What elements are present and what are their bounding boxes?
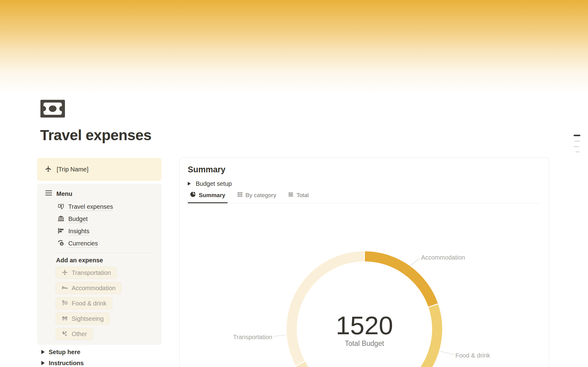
menu-link-currencies[interactable]: $ Currencies xyxy=(58,238,155,250)
shapes-icon xyxy=(62,330,68,338)
chart-total-label: Total Budget xyxy=(318,339,410,348)
toggle-triangle-icon[interactable] xyxy=(41,361,45,365)
page-title: Travel expenses xyxy=(40,127,151,144)
budget-donut-chart[interactable] xyxy=(270,245,496,367)
chart-label-accommodation: Accommodation xyxy=(421,254,465,261)
add-sightseeing-button[interactable]: Sightseeing xyxy=(55,313,110,325)
bed-icon xyxy=(62,284,68,292)
summary-card-title: Summary xyxy=(188,164,549,175)
tab-total[interactable]: Total xyxy=(286,191,311,203)
toggle-triangle-icon[interactable] xyxy=(41,350,45,354)
chart-total-value: 1520 xyxy=(318,313,410,338)
dining-icon xyxy=(62,300,68,307)
toc-indicator-line[interactable] xyxy=(575,151,580,152)
view-tabs: Summary By category xyxy=(188,191,541,203)
svg-text:$: $ xyxy=(61,242,63,245)
donut-segment-accommodation[interactable] xyxy=(365,257,433,305)
toc-indicator-line[interactable] xyxy=(574,146,579,147)
summary-card: Summary Budget setup Summary xyxy=(179,157,549,367)
chart-label-food-drink: Food & drink xyxy=(455,352,490,359)
banknote-icon[interactable] xyxy=(40,100,65,118)
bar-chart-icon xyxy=(58,227,64,235)
currency-exchange-icon: $ xyxy=(58,240,64,248)
tab-by-category[interactable]: By category xyxy=(235,191,278,203)
add-expense-header: Add an expense xyxy=(56,256,155,264)
airplane-icon xyxy=(45,165,52,174)
setup-here-toggle[interactable]: Setup here xyxy=(41,348,80,356)
divider xyxy=(58,253,155,253)
add-transportation-button[interactable]: Transportation xyxy=(55,267,117,279)
instructions-toggle[interactable]: Instructions xyxy=(41,359,84,367)
chart-label-transportation: Transportation xyxy=(233,334,272,341)
menu-card: Menu Travel expenses xyxy=(37,184,161,345)
toc-indicator-line[interactable] xyxy=(574,135,580,136)
airplane-icon xyxy=(62,269,68,277)
add-accommodation-button[interactable]: Accommodation xyxy=(55,282,122,294)
trip-name-callout[interactable]: [Trip Name] xyxy=(37,158,161,181)
trip-name-label: [Trip Name] xyxy=(57,166,89,173)
add-other-button[interactable]: Other xyxy=(55,328,93,340)
donut-segment-other[interactable] xyxy=(301,364,324,367)
hamburger-menu-icon xyxy=(45,190,52,197)
menu-header: Menu xyxy=(45,189,155,198)
page-cover-gradient xyxy=(0,0,588,101)
add-food-drink-button[interactable]: Food & drink xyxy=(55,297,112,309)
toggle-triangle-icon[interactable] xyxy=(188,182,191,185)
menu-link-budget[interactable]: Budget xyxy=(58,213,155,225)
banknote-arrow-icon xyxy=(58,203,64,211)
menu-link-insights[interactable]: Insights xyxy=(58,225,155,238)
toc-indicator-line[interactable] xyxy=(575,140,580,142)
binoculars-icon xyxy=(62,315,68,323)
menu-header-label: Menu xyxy=(56,190,72,197)
rows-icon xyxy=(288,192,294,199)
bank-icon xyxy=(58,215,64,223)
budget-setup-toggle[interactable]: Budget setup xyxy=(188,180,549,188)
tab-summary[interactable]: Summary xyxy=(188,191,228,203)
menu-link-travel-expenses[interactable]: Travel expenses xyxy=(58,201,155,213)
grid-icon xyxy=(237,192,243,199)
pie-icon xyxy=(190,191,196,199)
